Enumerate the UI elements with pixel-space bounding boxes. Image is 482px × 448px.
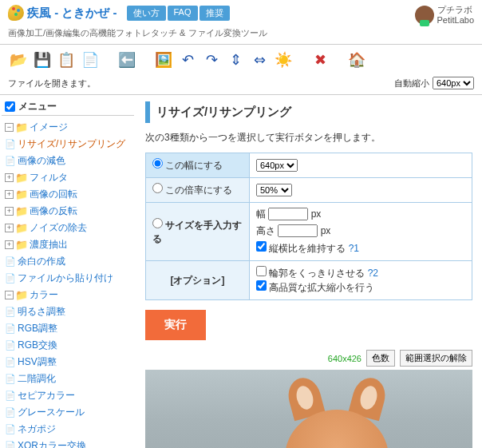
doc-icon: 📄: [5, 273, 16, 283]
doc-icon: 📄: [5, 323, 16, 334]
brand-jp: プチラボ: [437, 5, 474, 15]
doc-icon: 📄: [5, 441, 16, 448]
help1[interactable]: ?1: [349, 243, 359, 254]
save-icon[interactable]: 💾: [32, 50, 53, 70]
folder-icon: 📁: [15, 289, 28, 301]
rotate-right-icon[interactable]: ↷: [201, 50, 222, 70]
colors-button[interactable]: 色数: [366, 350, 395, 367]
tree-item[interactable]: 二階調化: [18, 372, 56, 386]
tree-item[interactable]: RGB交換: [18, 339, 57, 352]
tree-item[interactable]: ネガポジ: [18, 422, 56, 436]
nav-howto[interactable]: 使い方: [127, 6, 166, 21]
toolbar: 📂 💾 📋 📄 ⬅️ 🖼️ ↶ ↷ ⇕ ⇔ ☀️ ✖ 🏠: [0, 45, 482, 75]
radio-scale[interactable]: [152, 183, 163, 193]
brand-icon: [415, 6, 434, 25]
ratio-label: 縦横比を維持する: [269, 243, 346, 254]
tree-item[interactable]: XORカラー交換: [18, 439, 86, 448]
delete-icon[interactable]: ✖: [310, 50, 330, 70]
opt-manual-label: サイズを手入力する: [152, 220, 242, 244]
height-input[interactable]: [278, 224, 318, 237]
doc-icon: 📄: [5, 357, 16, 367]
tree-toggle[interactable]: +: [5, 224, 14, 232]
width-select[interactable]: 640px: [256, 159, 298, 172]
tree-item[interactable]: RGB調整: [18, 322, 57, 335]
radio-width[interactable]: [152, 158, 163, 168]
subtitle: 画像加工/画像編集の高機能フォトレタッチ & ファイル変換ツール: [0, 27, 482, 44]
tree-toggle[interactable]: +: [5, 173, 14, 182]
tree-toggle[interactable]: +: [5, 190, 14, 199]
auto-shrink-select[interactable]: 640px: [433, 77, 474, 89]
home-icon[interactable]: 🏠: [346, 50, 367, 70]
menu-title: メニュー: [18, 100, 57, 113]
opt-scale-label: この倍率にする: [165, 184, 232, 196]
open-icon[interactable]: 📂: [8, 50, 29, 70]
outline-label: 輪郭をくっきりさせる: [269, 268, 365, 279]
folder-icon: 📁: [15, 222, 28, 234]
nav-recommend[interactable]: 推奨: [200, 6, 230, 21]
tree-item[interactable]: 画像の減色: [18, 154, 65, 168]
image-dims: 640x426: [328, 354, 362, 363]
tree-toggle[interactable]: +: [5, 207, 14, 216]
execute-button[interactable]: 実行: [145, 310, 206, 340]
crop-icon[interactable]: 🖼️: [153, 50, 174, 70]
folder-icon: 📁: [15, 239, 28, 251]
tree-item[interactable]: セピアカラー: [18, 389, 75, 402]
rotate-left-icon[interactable]: ↶: [177, 50, 198, 70]
app-title[interactable]: 疾風 - ときかぜ -: [27, 6, 117, 21]
tree-toggle[interactable]: −: [5, 123, 14, 132]
tree-item[interactable]: HSV調整: [18, 355, 57, 369]
folder-icon: 📁: [15, 172, 28, 184]
tree-item[interactable]: 余白の作成: [18, 255, 65, 268]
image-preview[interactable]: [145, 370, 472, 448]
tree-item[interactable]: ノイズの除去: [30, 221, 87, 235]
page-title: リサイズ/リサンプリング: [145, 101, 472, 123]
palette-icon: [8, 5, 24, 21]
nav-faq[interactable]: FAQ: [168, 6, 198, 21]
folder-icon: 📁: [15, 205, 28, 217]
flip-h-icon[interactable]: ⇔: [249, 50, 270, 70]
tree-item[interactable]: リサイズ/リサンプリング: [18, 137, 125, 151]
opt-width-label: この幅にする: [165, 160, 223, 171]
help2[interactable]: ?2: [368, 268, 378, 279]
tree-group[interactable]: カラー: [30, 288, 58, 302]
h-label: 高さ: [256, 225, 275, 236]
doc-icon: 📄: [5, 374, 16, 384]
brand-logo[interactable]: プチラボ PetitLabo: [415, 5, 474, 26]
tree-item[interactable]: 画像の反転: [30, 204, 77, 218]
quality-check[interactable]: [256, 280, 267, 291]
doc-icon: 📄: [5, 139, 16, 149]
copy-icon[interactable]: 📋: [56, 50, 77, 70]
scale-select[interactable]: 50%: [256, 184, 292, 196]
brightness-icon[interactable]: ☀️: [273, 50, 294, 70]
flip-v-icon[interactable]: ⇕: [225, 50, 246, 70]
doc-icon: 📄: [5, 307, 16, 317]
tree-item[interactable]: 明るさ調整: [18, 305, 65, 319]
folder-icon: 📁: [15, 188, 28, 200]
tree-item[interactable]: ファイルから貼り付け: [18, 272, 113, 285]
menu-toggle[interactable]: [5, 101, 15, 112]
ratio-check[interactable]: [256, 241, 267, 252]
doc-icon: 📄: [5, 407, 16, 418]
tree-item[interactable]: 濃度抽出: [30, 238, 68, 252]
outline-check[interactable]: [256, 266, 267, 276]
tree-toggle[interactable]: −: [5, 291, 14, 299]
tree-toggle[interactable]: +: [5, 240, 14, 249]
folder-icon: 📁: [15, 121, 28, 133]
tree-item[interactable]: フィルタ: [30, 171, 68, 184]
undo-icon[interactable]: ⬅️: [117, 50, 137, 70]
doc-icon: 📄: [5, 340, 16, 351]
auto-shrink-label: 自動縮小: [394, 77, 429, 89]
doc-icon: 📄: [5, 256, 16, 267]
status-text: ファイルを開きます。: [8, 77, 96, 89]
clear-selection-button[interactable]: 範囲選択の解除: [400, 350, 472, 367]
options-label: [オプション]: [146, 261, 250, 300]
tree-item[interactable]: グレースケール: [18, 406, 85, 419]
tree-group[interactable]: イメージ: [30, 121, 68, 134]
paste-icon[interactable]: 📄: [80, 50, 101, 70]
page-desc: 次の3種類から一つを選択して実行ボタンを押します。: [145, 131, 472, 145]
brand-en: PetitLabo: [437, 15, 474, 26]
radio-manual[interactable]: [152, 218, 163, 228]
doc-icon: 📄: [5, 156, 16, 166]
tree-item[interactable]: 画像の回転: [30, 188, 77, 201]
width-input[interactable]: [268, 208, 308, 220]
